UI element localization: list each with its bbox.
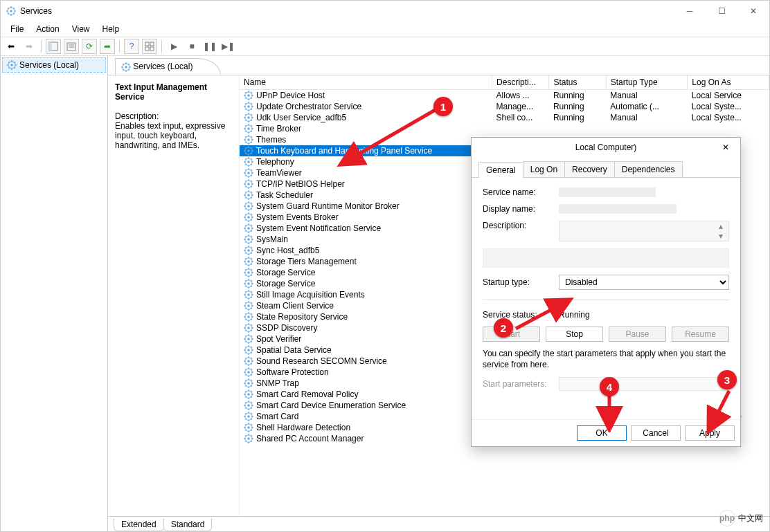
tree-item-services-local[interactable]: Services (Local): [2, 57, 106, 73]
service-name-cell[interactable]: State Repository Service: [240, 311, 492, 322]
tab-recovery[interactable]: Recovery: [564, 161, 615, 177]
cell-desc: Shell co...: [492, 112, 549, 123]
service-name-cell[interactable]: Still Image Acquisition Events: [240, 289, 492, 300]
service-name-cell[interactable]: Telephony: [240, 156, 492, 167]
menu-file[interactable]: File: [5, 23, 29, 35]
titlebar[interactable]: Services ─ ☐ ✕: [1, 1, 769, 21]
play-icon[interactable]: ▶: [166, 39, 181, 54]
pause-icon[interactable]: ❚❚: [202, 39, 217, 54]
service-name-cell[interactable]: Steam Client Service: [240, 300, 492, 311]
service-name-cell[interactable]: Smart Card Removal Policy: [240, 389, 492, 400]
grid-button[interactable]: [142, 39, 157, 54]
properties-button[interactable]: [64, 39, 79, 54]
restart-icon[interactable]: ▶❚: [220, 39, 235, 54]
table-row[interactable]: UPnP Device HostAllows ...RunningManualL…: [240, 90, 769, 102]
service-name-cell[interactable]: Sound Research SECOMN Service: [240, 356, 492, 367]
table-row[interactable]: Time Broker: [240, 123, 769, 134]
service-name-cell[interactable]: TCP/IP NetBIOS Helper: [240, 178, 492, 190]
dialog-titlebar[interactable]: Local Computer) ✕: [472, 138, 740, 157]
menu-view[interactable]: View: [66, 23, 96, 35]
export-button[interactable]: ➦: [100, 39, 115, 54]
tab-standard[interactable]: Standard: [163, 518, 213, 531]
value-display-name: [559, 204, 677, 214]
service-name-cell[interactable]: Storage Service: [240, 278, 492, 289]
callout-4: 4: [600, 377, 619, 396]
description-label: Description:: [115, 111, 232, 121]
service-name-cell[interactable]: Smart Card: [240, 411, 492, 422]
service-name-cell[interactable]: Spot Verifier: [240, 333, 492, 345]
col-name[interactable]: Name: [240, 75, 492, 90]
service-name-cell[interactable]: Themes: [240, 134, 492, 145]
service-name-cell[interactable]: Task Scheduler: [240, 190, 492, 201]
service-name-cell[interactable]: System Event Notification Service: [240, 223, 492, 234]
resume-button[interactable]: Resume: [672, 327, 729, 342]
service-name-cell[interactable]: SNMP Trap: [240, 378, 492, 389]
service-name-cell[interactable]: Storage Tiers Management: [240, 256, 492, 267]
service-name-cell[interactable]: Touch Keyboard and Handwriting Panel Ser…: [240, 145, 492, 156]
menu-help[interactable]: Help: [97, 23, 125, 35]
service-name-cell[interactable]: Spatial Data Service: [240, 345, 492, 356]
stop-icon[interactable]: ■: [184, 39, 199, 54]
service-properties-dialog[interactable]: Local Computer) ✕ General Log On Recover…: [471, 137, 741, 447]
label-service-name: Service name:: [483, 187, 559, 197]
cell-desc: Allows ...: [492, 90, 549, 102]
parameters-note: You can specify the start parameters tha…: [483, 349, 729, 370]
forward-button[interactable]: ➡: [21, 39, 37, 54]
service-name-cell[interactable]: System Events Broker: [240, 212, 492, 223]
ok-button[interactable]: OK: [577, 425, 627, 441]
col-status[interactable]: Status: [549, 75, 606, 90]
gear-icon: [121, 62, 131, 72]
col-description[interactable]: Descripti...: [492, 75, 549, 90]
tab-logon[interactable]: Log On: [523, 161, 565, 177]
description-box[interactable]: ▴▾: [559, 221, 729, 241]
service-name-cell[interactable]: TeamViewer: [240, 167, 492, 178]
service-name-cell[interactable]: Software Protection: [240, 367, 492, 378]
service-name-cell[interactable]: SysMain: [240, 234, 492, 245]
service-name-cell[interactable]: System Guard Runtime Monitor Broker: [240, 201, 492, 212]
tab-extended[interactable]: Extended: [114, 518, 164, 531]
close-button[interactable]: ✕: [737, 1, 769, 21]
startup-type-select[interactable]: Disabled: [559, 275, 729, 290]
back-button[interactable]: ⬅: [3, 39, 19, 54]
gear-icon: [244, 412, 253, 421]
pause-button[interactable]: Pause: [609, 327, 666, 342]
service-name-cell[interactable]: Storage Service: [240, 267, 492, 278]
stop-button[interactable]: Stop: [546, 327, 603, 342]
col-startup[interactable]: Startup Type: [606, 75, 688, 90]
table-row[interactable]: Udk User Service_adfb5Shell co...Running…: [240, 112, 769, 123]
svg-rect-18: [150, 47, 154, 51]
service-name-cell[interactable]: SSDP Discovery: [240, 322, 492, 333]
service-name-cell[interactable]: Update Orchestrator Service: [240, 101, 492, 112]
service-name-cell[interactable]: Smart Card Device Enumeration Service: [240, 400, 492, 411]
cell-logon: Local Service: [688, 90, 769, 102]
gear-icon: [244, 91, 253, 100]
cancel-button[interactable]: Cancel: [631, 425, 681, 441]
scroll-up-icon[interactable]: ▴: [719, 221, 728, 231]
gear-icon: [244, 179, 253, 189]
php-icon: php: [719, 510, 735, 526]
maximize-button[interactable]: ☐: [706, 1, 737, 21]
service-name-cell[interactable]: Sync Host_adfb5: [240, 245, 492, 256]
show-hide-tree-button[interactable]: [46, 39, 61, 54]
dialog-title: Local Computer): [575, 143, 637, 152]
service-name-cell[interactable]: Time Broker: [240, 123, 492, 134]
table-row[interactable]: Update Orchestrator ServiceManage...Runn…: [240, 101, 769, 112]
service-name-cell[interactable]: Shared PC Account Manager: [240, 433, 492, 444]
service-name-cell[interactable]: UPnP Device Host: [240, 90, 492, 101]
col-logon[interactable]: Log On As: [688, 75, 769, 90]
service-name-cell[interactable]: Shell Hardware Detection: [240, 422, 492, 433]
service-name-cell[interactable]: Udk User Service_adfb5: [240, 112, 492, 123]
watermark-text: 中文网: [738, 513, 763, 524]
minimize-button[interactable]: ─: [674, 1, 706, 21]
header-band: Services (Local): [108, 56, 769, 75]
dialog-close-button[interactable]: ✕: [715, 140, 736, 154]
apply-button[interactable]: Apply: [685, 425, 735, 441]
start-parameters-input: [559, 377, 729, 391]
gear-icon: [244, 146, 253, 156]
tab-dependencies[interactable]: Dependencies: [614, 161, 683, 177]
help-button[interactable]: ?: [124, 39, 139, 54]
refresh-button[interactable]: ⟳: [82, 39, 97, 54]
tab-general[interactable]: General: [478, 162, 523, 178]
scroll-down-icon[interactable]: ▾: [719, 231, 728, 241]
menu-action[interactable]: Action: [30, 23, 64, 35]
